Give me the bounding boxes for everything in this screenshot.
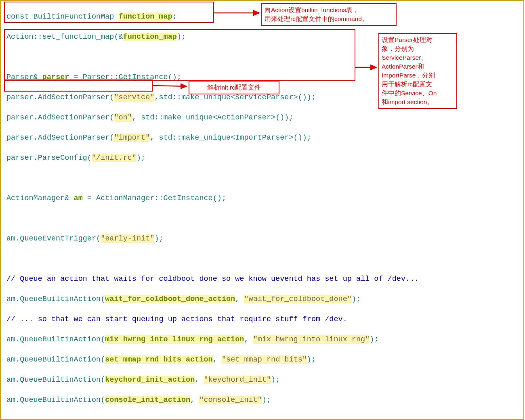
str-on: "on"	[114, 113, 132, 122]
str-initrc: "/init.rc"	[92, 154, 136, 162]
var-function-map: function_map	[123, 33, 177, 41]
arg: set_mmap_rnd_bits_action	[105, 355, 212, 364]
str: "wait_for_coldboot_done"	[244, 295, 351, 303]
call: = Parser::GetInstance();	[69, 73, 181, 81]
annotation-text: 件中的Service、On	[382, 89, 454, 98]
call: parser.AddSectionParser(	[6, 113, 114, 122]
call: ,std::make_unique<ServiceParser>());	[154, 93, 316, 102]
str: "set_mmap_rnd_bits"	[222, 355, 307, 364]
comment: // ... so that we can start queuing up a…	[6, 315, 347, 324]
annotation-text: 象，分别为	[382, 44, 454, 53]
arg: mix_hwrng_into_linux_rng_action	[105, 335, 244, 344]
call: am.QueueBuiltinAction(	[6, 376, 105, 384]
call: , std::make_unique<ImportParser>());	[150, 134, 311, 142]
punct: );	[154, 234, 163, 243]
annotation-text: 用来处理rc配置文件中的command。	[265, 15, 393, 23]
annotation-text: ServiceParser、	[382, 53, 454, 62]
call: parser.AddSectionParser(	[6, 93, 114, 102]
var-am: am	[74, 194, 83, 203]
annotation-action-functions: 向Action设置builtin_functions表， 用来处理rc配置文件中…	[261, 3, 397, 26]
str-early-init: "early-init"	[101, 234, 154, 243]
var-function-map: function_map	[119, 13, 172, 21]
var-parser: parser	[42, 73, 69, 81]
comment: // Queue an action that waits for coldbo…	[6, 275, 419, 283]
punct: );	[352, 295, 361, 303]
punct: );	[370, 335, 378, 344]
annotation-text: ActionParser和	[382, 62, 454, 71]
annotation-text: ImportParse，分别	[382, 71, 454, 80]
annotation-text: 用于解析rc配置文	[382, 80, 454, 89]
call: am.QueueEventTrigger(	[6, 234, 101, 243]
punct: );	[262, 396, 271, 404]
call: am.QueueBuiltinAction(	[6, 396, 105, 404]
call: am.QueueBuiltinAction(	[6, 355, 105, 364]
annotation-text: 向Action设置builtin_functions表，	[265, 6, 393, 15]
call: parser.AddSectionParser(	[6, 134, 114, 142]
str-import: "import"	[114, 134, 150, 142]
str: "mix_hwrng_into_linux_rng"	[253, 335, 370, 344]
call: parser.ParseConfig(	[6, 154, 92, 162]
punct: ,	[213, 355, 222, 364]
call: am.QueueBuiltinAction(	[6, 335, 105, 344]
annotation-text: 解析init.rc配置文件	[207, 84, 261, 91]
arg: console_init_action	[105, 396, 190, 404]
type: Parser&	[6, 73, 42, 81]
punct: );	[307, 355, 316, 364]
type-name: BuiltinFunctionMap	[29, 13, 119, 21]
punct: ;	[172, 13, 177, 21]
punct: ,	[244, 335, 253, 344]
punct: ,	[195, 376, 204, 384]
call: = ActionManager::GetInstance();	[83, 194, 226, 203]
type: ActionManager&	[6, 194, 74, 203]
arg: keychord_init_action	[105, 376, 195, 384]
str-service: "service"	[114, 93, 154, 102]
punct: ,	[235, 295, 244, 303]
call: Action::set_function_map(&	[6, 33, 123, 41]
annotation-initrc: 解析init.rc配置文件	[189, 81, 279, 94]
code-container: const BuiltinFunctionMap function_map; A…	[0, 0, 524, 420]
punct: );	[271, 376, 280, 384]
punct: );	[177, 33, 186, 41]
str: "console_init"	[199, 396, 262, 404]
annotation-text: 设置Parser处理对	[382, 36, 454, 44]
arg: wait_for_coldboot_done_action	[105, 295, 235, 303]
annotation-text: 和import section。	[382, 98, 454, 107]
keyword-const: const	[6, 13, 29, 21]
punct: );	[136, 154, 145, 162]
punct: ,	[190, 396, 199, 404]
call: , std::make_unique<ActionParser>());	[132, 113, 294, 122]
call: am.QueueBuiltinAction(	[6, 295, 105, 303]
annotation-parser-objects: 设置Parser处理对 象，分别为 ServiceParser、 ActionP…	[378, 33, 457, 109]
str: "keychord_init"	[204, 376, 271, 384]
